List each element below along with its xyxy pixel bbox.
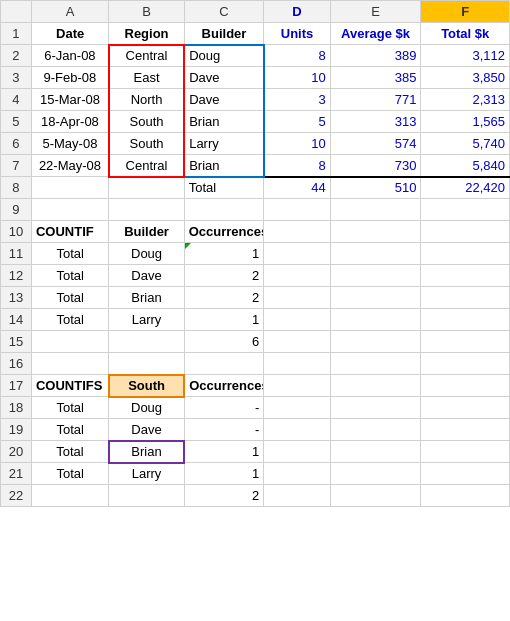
cell-f7[interactable]: 5,840 xyxy=(421,155,510,177)
cell-b10-builder[interactable]: Builder xyxy=(109,221,184,243)
cell-a21[interactable]: Total xyxy=(31,463,108,485)
cell-b12[interactable]: Dave xyxy=(109,265,184,287)
cell-d19 xyxy=(264,419,330,441)
cell-f5[interactable]: 1,565 xyxy=(421,111,510,133)
row-9-header: 9 xyxy=(1,199,32,221)
cell-e1[interactable]: Average $k xyxy=(330,23,421,45)
cell-c5[interactable]: Brian xyxy=(184,111,264,133)
data-row-5: 5 18-Apr-08 South Brian 5 313 1,565 xyxy=(1,111,510,133)
cell-f11 xyxy=(421,243,510,265)
cell-c4[interactable]: Dave xyxy=(184,89,264,111)
cell-e2[interactable]: 389 xyxy=(330,45,421,67)
cell-c11[interactable]: 1 xyxy=(184,243,264,265)
cell-a6[interactable]: 5-May-08 xyxy=(31,133,108,155)
cell-c10-occurrences[interactable]: Occurrences xyxy=(184,221,264,243)
cell-c15-total[interactable]: 6 xyxy=(184,331,264,353)
cell-a10-countif[interactable]: COUNTIF xyxy=(31,221,108,243)
cell-b8 xyxy=(109,177,184,199)
row-3-header: 3 xyxy=(1,67,32,89)
cell-d14 xyxy=(264,309,330,331)
cell-c6[interactable]: Larry xyxy=(184,133,264,155)
cell-b5[interactable]: South xyxy=(109,111,184,133)
cell-a12[interactable]: Total xyxy=(31,265,108,287)
cell-f10 xyxy=(421,221,510,243)
cell-b13[interactable]: Brian xyxy=(109,287,184,309)
col-c-header[interactable]: C xyxy=(184,1,264,23)
cell-f2[interactable]: 3,112 xyxy=(421,45,510,67)
cell-b18[interactable]: Doug xyxy=(109,397,184,419)
cell-a5[interactable]: 18-Apr-08 xyxy=(31,111,108,133)
cell-b7[interactable]: Central xyxy=(109,155,184,177)
cell-c7[interactable]: Brian xyxy=(184,155,264,177)
cell-d8[interactable]: 44 xyxy=(264,177,330,199)
cell-d2[interactable]: 8 xyxy=(264,45,330,67)
cell-d3[interactable]: 10 xyxy=(264,67,330,89)
cell-a3[interactable]: 9-Feb-08 xyxy=(31,67,108,89)
cell-a14[interactable]: Total xyxy=(31,309,108,331)
cell-b11[interactable]: Doug xyxy=(109,243,184,265)
cell-a1[interactable]: Date xyxy=(31,23,108,45)
cell-b2[interactable]: Central xyxy=(109,45,184,67)
cell-d1[interactable]: Units xyxy=(264,23,330,45)
row-13-header: 13 xyxy=(1,287,32,309)
cell-f9 xyxy=(421,199,510,221)
row-11-header: 11 xyxy=(1,243,32,265)
cell-e6[interactable]: 574 xyxy=(330,133,421,155)
cell-a4[interactable]: 15-Mar-08 xyxy=(31,89,108,111)
cell-c21[interactable]: 1 xyxy=(184,463,264,485)
cell-b19[interactable]: Dave xyxy=(109,419,184,441)
col-e-header[interactable]: E xyxy=(330,1,421,23)
cell-c12[interactable]: 2 xyxy=(184,265,264,287)
cell-c17-occurrences[interactable]: Occurrences xyxy=(184,375,264,397)
cell-e7[interactable]: 730 xyxy=(330,155,421,177)
cell-e8[interactable]: 510 xyxy=(330,177,421,199)
cell-b17-south[interactable]: South xyxy=(109,375,184,397)
cell-b14[interactable]: Larry xyxy=(109,309,184,331)
cell-b20[interactable]: Brian xyxy=(109,441,184,463)
cell-a7[interactable]: 22-May-08 xyxy=(31,155,108,177)
cell-f4[interactable]: 2,313 xyxy=(421,89,510,111)
cell-d4[interactable]: 3 xyxy=(264,89,330,111)
cell-a16 xyxy=(31,353,108,375)
cell-e4[interactable]: 771 xyxy=(330,89,421,111)
cell-f3[interactable]: 3,850 xyxy=(421,67,510,89)
col-d-header[interactable]: D xyxy=(264,1,330,23)
cell-c2[interactable]: Doug xyxy=(184,45,264,67)
cell-a18[interactable]: Total xyxy=(31,397,108,419)
cell-c8-total[interactable]: Total xyxy=(184,177,264,199)
cell-f1[interactable]: Total $k xyxy=(421,23,510,45)
cell-a20[interactable]: Total xyxy=(31,441,108,463)
col-a-header[interactable]: A xyxy=(31,1,108,23)
cell-e5[interactable]: 313 xyxy=(330,111,421,133)
cell-c14[interactable]: 1 xyxy=(184,309,264,331)
cell-a13[interactable]: Total xyxy=(31,287,108,309)
cell-a15 xyxy=(31,331,108,353)
cell-c1[interactable]: Builder xyxy=(184,23,264,45)
countif-row-dave: 12 Total Dave 2 xyxy=(1,265,510,287)
cell-f6[interactable]: 5,740 xyxy=(421,133,510,155)
cell-c3[interactable]: Dave xyxy=(184,67,264,89)
cell-d6[interactable]: 10 xyxy=(264,133,330,155)
cell-b1[interactable]: Region xyxy=(109,23,184,45)
cell-a19[interactable]: Total xyxy=(31,419,108,441)
cell-b21[interactable]: Larry xyxy=(109,463,184,485)
cell-c20[interactable]: 1 xyxy=(184,441,264,463)
cell-a2[interactable]: 6-Jan-08 xyxy=(31,45,108,67)
cell-e3[interactable]: 385 xyxy=(330,67,421,89)
col-f-header[interactable]: F xyxy=(421,1,510,23)
cell-b3[interactable]: East xyxy=(109,67,184,89)
col-b-header[interactable]: B xyxy=(109,1,184,23)
cell-c13[interactable]: 2 xyxy=(184,287,264,309)
cell-c22-total[interactable]: 2 xyxy=(184,485,264,507)
cell-b6[interactable]: South xyxy=(109,133,184,155)
cell-c19[interactable]: - xyxy=(184,419,264,441)
cell-d5[interactable]: 5 xyxy=(264,111,330,133)
cell-d7[interactable]: 8 xyxy=(264,155,330,177)
cell-a11[interactable]: Total xyxy=(31,243,108,265)
cell-a17-countifs[interactable]: COUNTIFS xyxy=(31,375,108,397)
cell-b4[interactable]: North xyxy=(109,89,184,111)
cell-c18[interactable]: - xyxy=(184,397,264,419)
row-2-header: 2 xyxy=(1,45,32,67)
cell-f8[interactable]: 22,420 xyxy=(421,177,510,199)
cell-d18 xyxy=(264,397,330,419)
